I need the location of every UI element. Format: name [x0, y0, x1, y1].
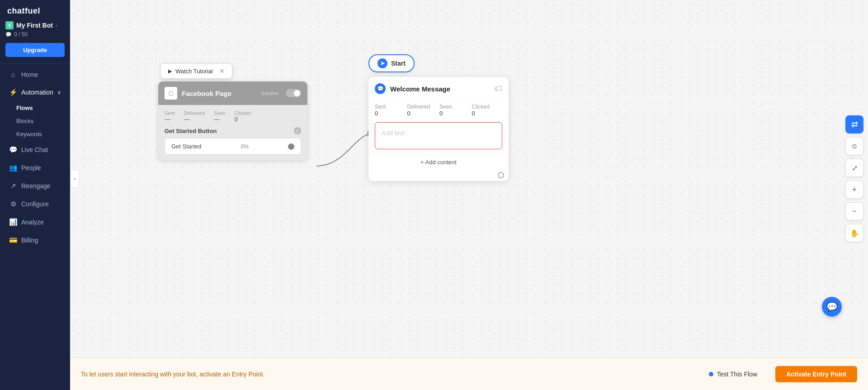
- fb-node-header: □ Facebook Page Inactive: [158, 81, 307, 105]
- wn-seen-label: Seen: [439, 104, 470, 110]
- sidebar-item-flows[interactable]: Flows: [3, 102, 67, 114]
- wn-sent-label: Sent: [375, 104, 406, 110]
- fb-stat-sent: Sent —: [165, 110, 175, 123]
- canvas[interactable]: » ▶ Watch Tutorial ✕ □ Facebook Page Ina…: [70, 0, 868, 357]
- get-started-label: Get Started: [171, 143, 201, 150]
- fb-node-title: Facebook Page: [182, 90, 257, 97]
- fb-stat-clicked: Clicked 0: [235, 110, 251, 123]
- sidebar-item-billing[interactable]: 💳 Billing: [3, 232, 67, 249]
- sidebar: chatfuel V My First Bot › 💬 0 / 50 Upgra…: [0, 0, 70, 390]
- get-started-button[interactable]: Get Started 0%: [165, 138, 301, 155]
- quota-display: 💬 0 / 50: [0, 30, 70, 41]
- configure-icon: ⚙: [9, 200, 17, 208]
- sidebar-item-blocks[interactable]: Blocks: [3, 115, 67, 127]
- fb-stat-seen: Seen —: [214, 110, 226, 123]
- sidebar-item-automation[interactable]: ⚡ Automation ∨: [3, 84, 67, 101]
- livechat-icon: 💬: [9, 146, 17, 154]
- wn-delivered-val: 0: [407, 110, 438, 117]
- bot-name: My First Bot: [16, 22, 53, 29]
- zoom-out-button[interactable]: −: [845, 202, 863, 220]
- inactive-label: Inactive: [261, 90, 278, 96]
- sidebar-item-home[interactable]: ⌂ Home: [3, 66, 67, 83]
- facebook-page-node: □ Facebook Page Inactive Sent — Delivere…: [158, 81, 307, 160]
- sidebar-item-livechat[interactable]: 💬 Live Chat: [3, 141, 67, 158]
- fb-node-body: Sent — Delivered — Seen — Clicked 0: [158, 105, 307, 160]
- fb-stats-row: Sent — Delivered — Seen — Clicked 0: [165, 110, 301, 123]
- node-view-button[interactable]: ⊙: [845, 137, 863, 155]
- chat-support-bubble[interactable]: 💬: [822, 297, 842, 317]
- fb-stat-delivered: Delivered —: [184, 110, 205, 123]
- blocks-label: Blocks: [16, 118, 33, 124]
- watch-tutorial-label: Watch Tutorial: [175, 68, 213, 75]
- bot-icon: V: [5, 21, 14, 29]
- hand-icon: ✋: [850, 229, 859, 238]
- logo: chatfuel: [0, 0, 70, 19]
- sidebar-item-label: Automation: [21, 89, 53, 96]
- wn-stat-sent: Sent 0: [375, 104, 406, 117]
- sidebar-item-people[interactable]: 👥 People: [3, 159, 67, 176]
- sidebar-item-label: Configure: [21, 200, 49, 208]
- analyze-icon: 📊: [9, 218, 17, 226]
- facebook-icon: □: [165, 87, 177, 100]
- hand-tool-button[interactable]: ✋: [845, 224, 863, 242]
- play-icon: ▶: [168, 68, 172, 74]
- bot-name-row[interactable]: V My First Bot ›: [0, 19, 70, 30]
- entry-point-notice: To let users start interacting with your…: [81, 371, 700, 378]
- welcome-message-node: 💬 Welcome Message 🏷 Sent 0 Delivered 0 S…: [368, 77, 509, 181]
- quota-icon: 💬: [5, 32, 12, 38]
- get-started-pct: 0%: [241, 143, 249, 150]
- watch-tutorial-card[interactable]: ▶ Watch Tutorial ✕: [160, 63, 232, 79]
- home-icon: ⌂: [9, 71, 17, 78]
- node-view-icon: ⊙: [852, 143, 857, 150]
- collapse-sidebar-button[interactable]: »: [70, 170, 79, 188]
- close-tutorial-button[interactable]: ✕: [219, 67, 225, 75]
- sidebar-divider: [0, 63, 70, 64]
- tag-icon[interactable]: 🏷: [494, 84, 502, 94]
- expand-icon: ⤢: [852, 164, 858, 172]
- minus-icon: −: [852, 207, 856, 215]
- sidebar-item-label: Billing: [21, 237, 38, 244]
- sidebar-item-label: Live Chat: [21, 146, 48, 153]
- chat-bubble-icon: 💬: [826, 301, 838, 312]
- start-circle: ➤: [377, 58, 387, 68]
- start-label: Start: [391, 60, 406, 67]
- upgrade-button[interactable]: Upgrade: [5, 43, 65, 57]
- wn-stat-delivered: Delivered 0: [407, 104, 438, 117]
- start-arrow-icon: ➤: [380, 60, 385, 67]
- sidebar-item-reengage[interactable]: ↗ Reengage: [3, 177, 67, 195]
- node-bottom-connector: [498, 172, 504, 178]
- keywords-label: Keywords: [16, 131, 42, 138]
- reengage-icon: ↗: [9, 182, 17, 190]
- node-output-connector[interactable]: [288, 143, 294, 150]
- sidebar-item-configure[interactable]: ⚙ Configure: [3, 195, 67, 213]
- main-area: » ▶ Watch Tutorial ✕ □ Facebook Page Ina…: [70, 0, 868, 390]
- inactive-toggle[interactable]: [286, 89, 301, 97]
- welcome-node-stats: Sent 0 Delivered 0 Seen 0 Clicked 0: [368, 99, 509, 120]
- sidebar-item-label: Analyze: [21, 219, 44, 226]
- zoom-in-button[interactable]: +: [845, 181, 863, 199]
- flow-view-button[interactable]: ⇄: [845, 115, 863, 133]
- sidebar-item-keywords[interactable]: Keywords: [3, 128, 67, 140]
- automation-icon: ⚡: [9, 88, 17, 96]
- welcome-node-title: Welcome Message: [390, 85, 490, 93]
- welcome-text-input[interactable]: Add text: [375, 122, 502, 149]
- start-node: ➤ Start: [368, 54, 415, 72]
- wn-stat-seen: Seen 0: [439, 104, 470, 117]
- plus-icon: +: [852, 185, 856, 194]
- activate-entry-point-button[interactable]: Activate Entry Point: [775, 366, 857, 382]
- sidebar-item-label: Home: [21, 71, 38, 78]
- expand-button[interactable]: ⤢: [845, 159, 863, 177]
- fb-section-title: Get Started Button i: [165, 127, 301, 134]
- billing-icon: 💳: [9, 236, 17, 244]
- flow-view-icon: ⇄: [851, 119, 858, 129]
- chevron-down-icon: ∨: [57, 90, 61, 95]
- wn-clicked-label: Clicked: [472, 104, 503, 110]
- wn-seen-val: 0: [439, 110, 470, 117]
- sidebar-item-analyze[interactable]: 📊 Analyze: [3, 214, 67, 231]
- add-text-placeholder: Add text: [382, 129, 405, 137]
- wn-delivered-label: Delivered: [407, 104, 438, 110]
- info-icon[interactable]: i: [294, 127, 301, 134]
- test-flow-button[interactable]: Test This Flow: [709, 371, 757, 378]
- add-content-button[interactable]: + Add content: [368, 154, 509, 170]
- wn-stat-clicked: Clicked 0: [472, 104, 503, 117]
